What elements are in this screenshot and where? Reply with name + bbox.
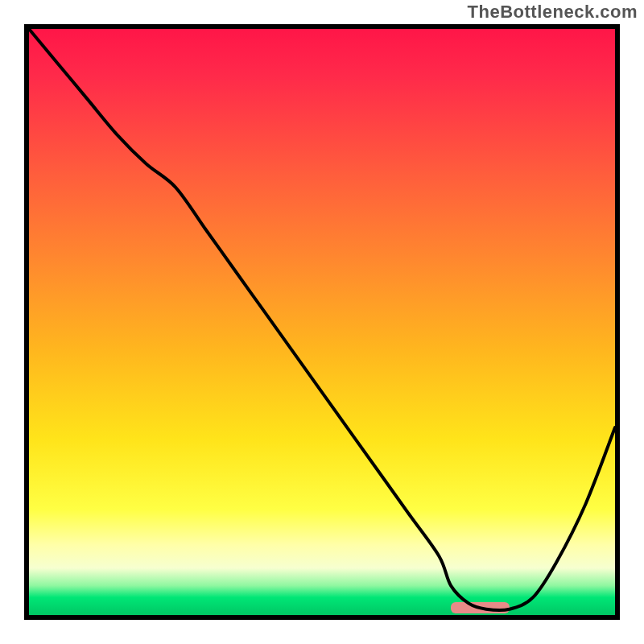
plot-frame xyxy=(24,24,620,620)
bottleneck-curve xyxy=(29,29,615,615)
watermark-text: TheBottleneck.com xyxy=(468,2,638,23)
chart-stage: TheBottleneck.com xyxy=(0,0,644,644)
